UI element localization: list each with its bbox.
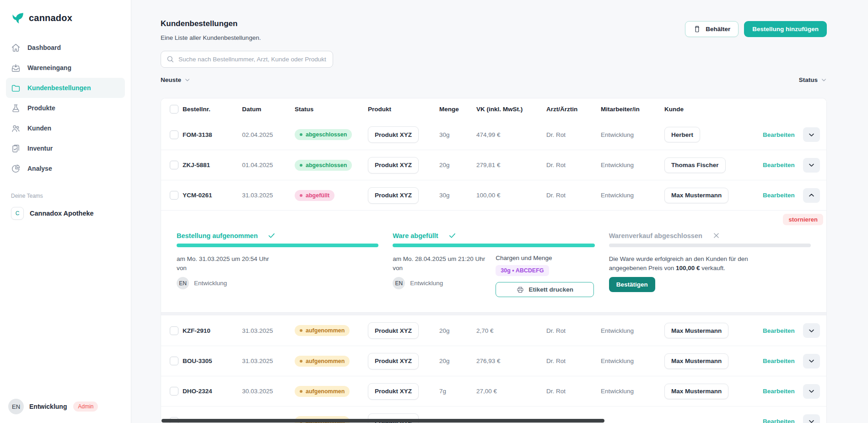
- sidebar-item-label: Inventur: [27, 145, 53, 152]
- sort-dropdown[interactable]: Neuste: [161, 76, 190, 83]
- edit-link[interactable]: Bearbeiten: [755, 358, 797, 364]
- customer-button[interactable]: Max Mustermann: [664, 323, 728, 338]
- sidebar-item-produkte[interactable]: Produkte: [0, 98, 131, 118]
- team-name: Cannadox Apotheke: [30, 210, 94, 217]
- order-id: FOM-3138: [183, 131, 242, 138]
- chevron-down-icon: [808, 388, 815, 395]
- add-order-button[interactable]: Bestellung hinzufügen: [744, 21, 827, 37]
- brand-name: cannadox: [29, 13, 72, 23]
- order-quantity: 20g: [437, 358, 476, 364]
- table-row[interactable]: ZKJ-5881 01.04.2025 abgeschlossen Produk…: [161, 150, 826, 180]
- container-button[interactable]: Behälter: [685, 21, 739, 37]
- expand-row-button[interactable]: [803, 323, 820, 338]
- sidebar-item-team[interactable]: C Cannadox Apotheke: [0, 205, 131, 222]
- table-row[interactable]: DHO-2324 30.03.2025 aufgenommen Produkt …: [161, 376, 826, 406]
- edit-link[interactable]: Bearbeiten: [755, 327, 797, 334]
- status-filter-dropdown[interactable]: Status: [799, 76, 827, 83]
- sidebar-item-label: Analyse: [27, 165, 52, 172]
- table-row[interactable]: YCM-0261 31.03.2025 abgefüllt Produkt XY…: [161, 180, 826, 210]
- row-checkbox[interactable]: [170, 387, 178, 396]
- horizontal-scrollbar[interactable]: [162, 419, 604, 423]
- select-all-checkbox[interactable]: [170, 105, 178, 114]
- expand-row-button[interactable]: [803, 414, 820, 423]
- order-employee: Entwicklung: [601, 131, 664, 138]
- expand-row-button[interactable]: [803, 384, 820, 399]
- order-date: 02.04.2025: [242, 131, 295, 138]
- chevron-down-icon: [808, 327, 815, 334]
- sidebar: cannadox DashboardWareneingangKundenbest…: [0, 0, 131, 423]
- bird-logo-icon: [11, 11, 25, 25]
- row-checkbox[interactable]: [170, 191, 178, 200]
- chevron-down-icon: [808, 418, 815, 423]
- customer-button[interactable]: Max Mustermann: [664, 384, 728, 399]
- edit-link[interactable]: Bearbeiten: [755, 418, 797, 423]
- order-doctor: Dr. Rot: [546, 327, 601, 334]
- row-checkbox[interactable]: [170, 326, 178, 335]
- step-title: Ware abgefüllt: [393, 232, 438, 239]
- order-id: KZF-2910: [183, 327, 242, 334]
- order-doctor: Dr. Rot: [546, 162, 601, 168]
- home-icon: [11, 43, 21, 53]
- printer-icon: [517, 286, 524, 293]
- sidebar-item-dashboard[interactable]: Dashboard: [0, 38, 131, 58]
- row-checkbox[interactable]: [170, 161, 178, 169]
- col-header-price: VK (inkl. MwSt.): [476, 106, 546, 113]
- x-icon: [712, 232, 720, 239]
- sidebar-item-wareneingang[interactable]: Wareneingang: [0, 58, 131, 78]
- print-label-button[interactable]: Etikett drucken: [496, 282, 594, 297]
- teams-section-label: Deine Teams: [0, 193, 131, 199]
- customer-button[interactable]: Herbert: [664, 127, 700, 142]
- row-checkbox[interactable]: [170, 130, 178, 139]
- product-button[interactable]: Produkt XYZ: [368, 353, 419, 369]
- brand-logo[interactable]: cannadox: [0, 0, 131, 28]
- order-doctor: Dr. Rot: [546, 131, 601, 138]
- customer-button[interactable]: Thomas Fischer: [664, 157, 726, 173]
- users-icon: [11, 124, 21, 133]
- expand-row-button[interactable]: [803, 158, 820, 173]
- sidebar-item-inventur[interactable]: Inventur: [0, 138, 131, 158]
- product-button[interactable]: Produkt XYZ: [368, 157, 419, 174]
- customer-button[interactable]: Max Mustermann: [664, 188, 728, 203]
- product-button[interactable]: Produkt XYZ: [368, 187, 419, 204]
- customer-button[interactable]: Max Mustermann: [664, 353, 728, 369]
- sidebar-item-analyse[interactable]: Analyse: [0, 158, 131, 179]
- product-button[interactable]: Produkt XYZ: [368, 383, 419, 400]
- table-row[interactable]: KZF-2910 31.03.2025 aufgenommen Produkt …: [161, 315, 826, 346]
- product-button[interactable]: Produkt XYZ: [368, 126, 419, 143]
- chevron-down-icon: [184, 77, 190, 83]
- cancel-order-button[interactable]: stornieren: [783, 214, 823, 225]
- edit-link[interactable]: Bearbeiten: [755, 388, 797, 395]
- order-date: 30.03.2025: [242, 388, 295, 395]
- actor-name: Entwicklung: [194, 280, 227, 287]
- timeline-step-filled: Ware abgefüllt am Mo. 28.04.2025 um 21:2…: [393, 232, 594, 297]
- edit-link[interactable]: Bearbeiten: [755, 192, 797, 199]
- user-menu[interactable]: EN Entwicklung Admin: [0, 399, 131, 423]
- table-row[interactable]: BOU-3305 31.03.2025 aufgenommen Produkt …: [161, 346, 826, 376]
- inbox-icon: [11, 63, 21, 73]
- product-button[interactable]: Produkt XYZ: [368, 322, 419, 339]
- order-quantity: 20g: [437, 327, 476, 334]
- edit-link[interactable]: Bearbeiten: [755, 162, 797, 168]
- search-input[interactable]: [161, 51, 333, 68]
- status-badge: abgeschlossen: [295, 160, 352, 171]
- actor-name: Entwicklung: [410, 280, 443, 287]
- page-subtitle: Eine Liste aller Kundenbestellungen.: [161, 34, 261, 41]
- step-timestamp: am Mo. 31.03.2025 um 20:54 Uhr von: [177, 255, 280, 272]
- order-doctor: Dr. Rot: [546, 388, 601, 395]
- order-price: 2,70 €: [476, 327, 546, 334]
- confirm-sale-button[interactable]: Bestätigen: [609, 277, 655, 292]
- sidebar-nav: DashboardWareneingangKundenbestellungenP…: [0, 38, 131, 179]
- search-icon: [166, 55, 174, 63]
- order-date: 31.03.2025: [242, 358, 295, 364]
- expand-row-button[interactable]: [803, 127, 820, 142]
- order-doctor: Dr. Rot: [546, 358, 601, 364]
- step-progress-bar: [609, 244, 811, 247]
- sidebar-item-kunden[interactable]: Kunden: [0, 118, 131, 138]
- sidebar-item-kundenbestellungen[interactable]: Kundenbestellungen: [6, 78, 125, 98]
- edit-link[interactable]: Bearbeiten: [755, 131, 797, 138]
- expand-row-button[interactable]: [803, 354, 820, 369]
- row-checkbox[interactable]: [170, 357, 178, 365]
- table-row[interactable]: FOM-3138 02.04.2025 abgeschlossen Produk…: [161, 119, 826, 150]
- expand-row-button[interactable]: [803, 188, 820, 203]
- pie-icon: [11, 164, 21, 174]
